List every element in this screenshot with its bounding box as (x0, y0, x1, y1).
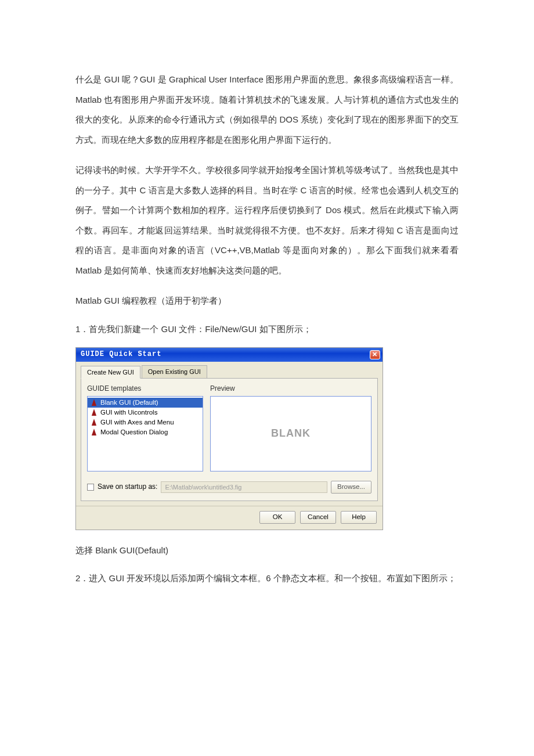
preview-text: BLANK (271, 427, 311, 440)
dialog-button-bar: OK Cancel Help (76, 506, 383, 530)
cancel-button[interactable]: Cancel (300, 511, 336, 524)
list-item-blank-gui[interactable]: Blank GUI (Default) (88, 398, 203, 408)
dialog-body: Create New GUI Open Existing GUI GUIDE t… (76, 362, 383, 506)
list-item-label: Blank GUI (Default) (100, 398, 158, 407)
preview-label: Preview (210, 384, 371, 394)
guide-quickstart-dialog: GUIDE Quick Start ✕ Create New GUI Open … (75, 347, 383, 530)
list-item-label: GUI with Axes and Menu (100, 418, 174, 427)
dialog-titlebar: GUIDE Quick Start ✕ (76, 348, 383, 362)
template-icon (90, 399, 98, 406)
tab-create-new-gui[interactable]: Create New GUI (81, 366, 140, 379)
document-page: 什么是 GUI 呢？GUI 是 Graphical User Interface… (0, 0, 534, 646)
template-icon (90, 419, 98, 426)
template-icon (90, 409, 98, 416)
save-on-startup-label: Save on startup as: (98, 483, 157, 492)
step-1: 1．首先我们新建一个 GUI 文件：File/New/GUI 如下图所示； (75, 319, 459, 340)
help-button[interactable]: Help (341, 511, 377, 524)
paragraph-2: 记得读书的时候。大学开学不久。学校很多同学就开始报考全国计算机等级考试了。当然我… (75, 160, 459, 280)
paragraph-1: 什么是 GUI 呢？GUI 是 Graphical User Interface… (75, 70, 459, 150)
save-row: Save on startup as: E:\Matlab\work\untit… (87, 481, 371, 494)
list-item-label: GUI with Uicontrols (100, 408, 157, 417)
dialog-title: GUIDE Quick Start (81, 350, 161, 359)
step-2: 2．进入 GUI 开发环境以后添加两个编辑文本框。6 个静态文本框。和一个按钮。… (75, 568, 459, 589)
preview-pane: BLANK (210, 396, 371, 471)
template-icon (90, 429, 98, 435)
dialog-tabs: Create New GUI Open Existing GUI (81, 365, 378, 379)
browse-button[interactable]: Browse... (331, 481, 371, 494)
after-step1: 选择 Blank GUI(Default) (75, 541, 459, 561)
tutorial-heading: Matlab GUI 编程教程（适用于初学者） (75, 291, 459, 311)
list-item-uicontrols[interactable]: GUI with Uicontrols (88, 408, 203, 417)
tab-open-existing-gui[interactable]: Open Existing GUI (142, 365, 207, 378)
save-on-startup-checkbox[interactable] (87, 484, 94, 491)
templates-listbox[interactable]: Blank GUI (Default) GUI with Uicontrols … (87, 396, 203, 471)
list-item-label: Modal Question Dialog (100, 428, 168, 437)
list-item-modal-dialog[interactable]: Modal Question Dialog (88, 427, 203, 437)
close-icon[interactable]: ✕ (370, 350, 380, 359)
save-path-field[interactable]: E:\Matlab\work\untitled3.fig (161, 481, 327, 493)
templates-label: GUIDE templates (87, 384, 203, 394)
dialog-panel: GUIDE templates Blank GUI (Default) GUI … (81, 379, 378, 501)
list-item-axes-menu[interactable]: GUI with Axes and Menu (88, 417, 203, 427)
ok-button[interactable]: OK (259, 511, 295, 524)
